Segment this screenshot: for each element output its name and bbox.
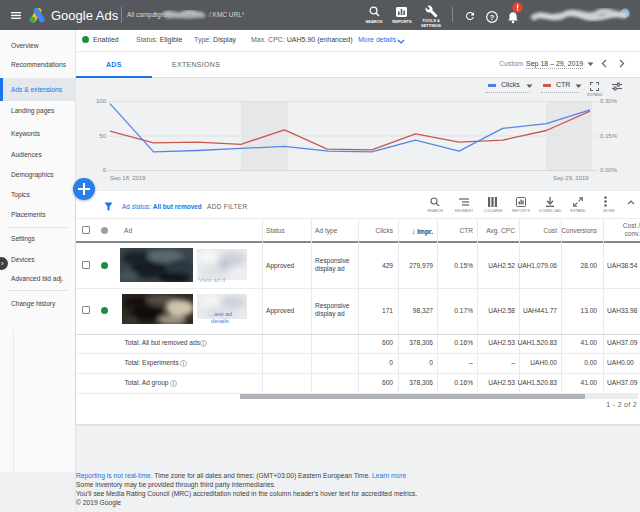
svg-text:?: ? xyxy=(490,13,495,22)
